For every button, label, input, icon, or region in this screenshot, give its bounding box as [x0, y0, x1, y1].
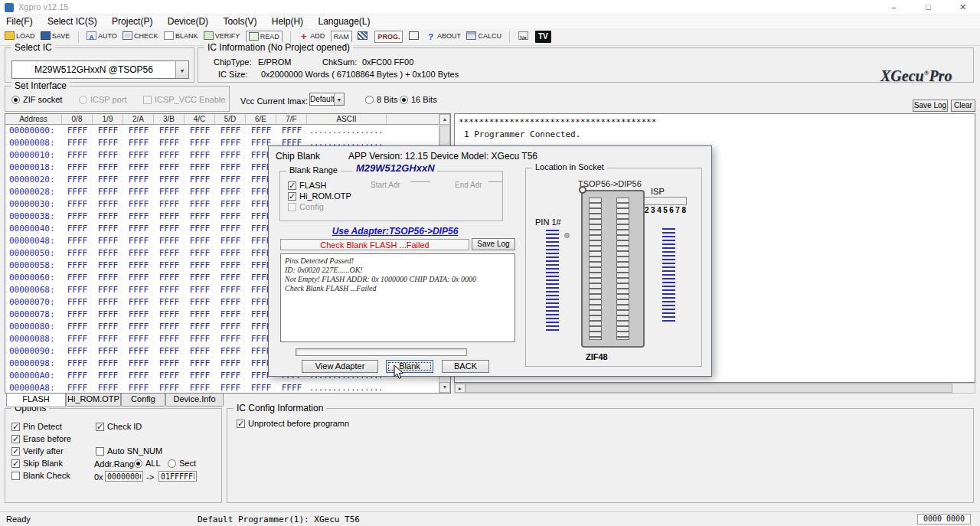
toolbar-logic[interactable]	[409, 31, 420, 43]
tab-hirom-otp[interactable]: Hi_ROM.OTP	[66, 394, 121, 407]
menu-file[interactable]: File(F)	[0, 15, 39, 27]
flash-checkbox[interactable]: FLASH	[288, 181, 326, 190]
hex-col-08: 0/8	[62, 114, 93, 125]
log-horizontal-scrollbar[interactable]	[454, 383, 975, 394]
scroll-right-icon[interactable]	[455, 384, 466, 393]
hex-word: FFFF	[154, 211, 185, 223]
scrollbar-thumb[interactable]	[466, 384, 952, 393]
tv-icon: TV	[538, 32, 548, 41]
menu-device[interactable]: Device(D)	[162, 15, 214, 27]
vcc-current-combo[interactable]: Default	[309, 93, 345, 106]
checkbox-icon	[288, 181, 296, 190]
hex-prefix-label: 0x	[94, 472, 103, 482]
menu-select-ic[interactable]: Select IC(S)	[41, 15, 103, 27]
ic-info-label: IC Information (No Project opened)	[204, 42, 353, 53]
hex-word: FFFF	[215, 309, 246, 321]
check-id-checkbox[interactable]: Check ID	[96, 422, 142, 431]
icsp-vcc-checkbox[interactable]: ICSP_VCC Enable	[143, 95, 225, 104]
save-log-button[interactable]: Save Log	[913, 100, 948, 112]
hex-word: FFFF	[154, 309, 185, 321]
chevron-down-icon[interactable]	[175, 61, 188, 78]
verify-icon	[204, 31, 214, 40]
hex-word: FFFF	[123, 235, 154, 247]
menu-project[interactable]: Project(P)	[106, 15, 158, 27]
maximize-button[interactable]	[911, 0, 946, 15]
hex-word: FFFF	[185, 211, 215, 223]
checkbox-icon	[11, 423, 20, 431]
addr-from-field[interactable]	[105, 471, 143, 482]
toolbar-add-label: ADD	[310, 32, 325, 40]
dialog-chip-name: M29W512GHxxN	[353, 162, 437, 174]
scroll-down-icon[interactable]	[439, 382, 450, 393]
save-icon	[41, 31, 51, 40]
addr-to-field[interactable]	[158, 471, 197, 482]
toolbar-load[interactable]: LOAD	[5, 31, 35, 43]
clear-log-button[interactable]: Clear	[951, 100, 975, 112]
config-checkbox[interactable]: Config	[288, 202, 324, 211]
hex-address: 00000040:	[5, 223, 62, 235]
tab-flash[interactable]: FLASH	[6, 394, 66, 407]
view-adapter-button[interactable]: View Adapter	[302, 360, 378, 373]
toolbar-sn[interactable]	[518, 31, 530, 43]
ic-info-group: IC Information (No Project opened) ChipT…	[198, 47, 974, 83]
toolbar-ram[interactable]: RAM	[331, 31, 352, 43]
verify-after-checkbox[interactable]: Verify after	[11, 446, 64, 456]
hex-word: FFFF	[62, 358, 93, 370]
dialog-log-line: ID: 0x0020 227E......OK!	[285, 266, 511, 275]
menu-language[interactable]: Language(L)	[312, 15, 376, 27]
hex-word: FFFF	[62, 125, 93, 137]
scroll-up-icon[interactable]	[439, 114, 450, 125]
bits16-radio[interactable]: 16 Bits	[400, 95, 437, 104]
dialog-log-area: Pins Detected Passed! ID: 0x0020 227E...…	[280, 253, 515, 342]
radio-icon	[134, 459, 142, 468]
toolbar-add[interactable]: ADD	[299, 31, 325, 43]
hex-word: FFFF	[62, 333, 93, 345]
tab-config[interactable]: Config	[121, 394, 165, 407]
toolbar-verify[interactable]: VERIFY	[204, 31, 240, 43]
pin-detect-checkbox[interactable]: Pin Detect	[11, 422, 62, 431]
hex-word: FFFF	[154, 260, 185, 272]
toolbar-calcu[interactable]: CALCU	[466, 31, 501, 43]
hex-word: FFFF	[215, 198, 246, 211]
menu-help[interactable]: Help(H)	[266, 15, 309, 27]
toolbar-bga[interactable]	[358, 31, 369, 43]
hirom-otp-checkbox[interactable]: Hi_ROM.OTP	[288, 191, 351, 201]
bits8-radio[interactable]: 8 Bits	[365, 95, 398, 104]
hex-word: FFFF	[93, 370, 123, 382]
hex-address: 00000010:	[5, 149, 62, 162]
addr-all-label: ALL	[145, 459, 161, 468]
toolbar-save[interactable]: SAVE	[41, 31, 70, 43]
zif-socket-radio[interactable]: ZIF socket	[11, 95, 62, 104]
back-button[interactable]: BACK	[442, 360, 489, 373]
hex-word: FFFF	[62, 382, 93, 394]
toolbar-check[interactable]: CHECK	[122, 31, 158, 43]
ic-select-combo[interactable]: M29W512GHxxN @TSOP56	[11, 60, 189, 79]
skip-blank-checkbox[interactable]: Skip Blank	[11, 459, 63, 468]
serial-number-icon	[518, 31, 528, 40]
chevron-down-icon[interactable]	[334, 93, 344, 105]
unprotect-checkbox[interactable]: Unprotect before programn	[237, 419, 349, 428]
toolbar-read[interactable]: READ	[246, 31, 283, 43]
auto-sn-checkbox[interactable]: Auto SN_NUM	[96, 446, 162, 456]
toolbar-auto[interactable]: AUTO	[87, 31, 117, 43]
toolbar-blank[interactable]: BLANK	[164, 31, 198, 43]
icsp-port-radio[interactable]: ICSP port	[79, 95, 127, 104]
toolbar-tv[interactable]: TV	[535, 31, 551, 43]
hex-word: FFFF	[154, 333, 185, 345]
hex-col-7f: 7/F	[276, 114, 307, 125]
adapter-pins-left	[546, 230, 559, 332]
addr-all-radio[interactable]: ALL	[134, 459, 161, 468]
dialog-save-log-button[interactable]: Save Log	[472, 238, 515, 250]
checkbox-icon	[237, 420, 245, 428]
toolbar-blank-label: BLANK	[175, 32, 198, 40]
toolbar-prog[interactable]: PROG.	[374, 31, 403, 43]
menu-tools[interactable]: Tools(V)	[217, 15, 263, 27]
tab-device-info[interactable]: Device.Info	[165, 394, 224, 407]
erase-before-checkbox[interactable]: Erase before	[11, 434, 71, 443]
blank-check-checkbox[interactable]: Blank Check	[11, 471, 70, 480]
hex-word: FFFF	[215, 382, 246, 394]
close-button[interactable]	[946, 0, 980, 15]
addr-sect-radio[interactable]: Sect	[168, 459, 196, 468]
minimize-button[interactable]	[877, 0, 911, 15]
toolbar-about[interactable]: ABOUT	[426, 31, 461, 43]
